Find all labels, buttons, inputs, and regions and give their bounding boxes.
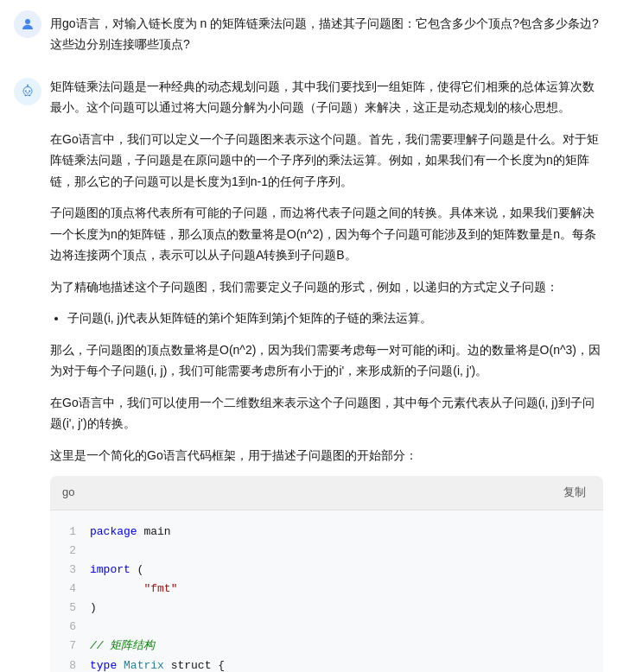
code-content: 1 package main 2 3 import (: [50, 510, 603, 672]
code-block-header: go 复制: [50, 476, 603, 510]
ai-icon: [19, 83, 36, 100]
code-line: 5 ): [62, 599, 591, 618]
user-message: 用go语言，对输入链长度为 n 的矩阵链乘法问题，描述其子问题图：它包含多少个顶…: [0, 0, 617, 66]
copy-button[interactable]: 复制: [558, 483, 591, 502]
user-avatar: [14, 10, 41, 38]
code-line: 2: [62, 542, 591, 561]
svg-point-5: [27, 84, 29, 86]
ai-message: 矩阵链乘法问题是一种经典的动态规划问题，其中我们要找到一组矩阵，使得它们相乘的总…: [0, 66, 617, 672]
ai-content: 矩阵链乘法问题是一种经典的动态规划问题，其中我们要找到一组矩阵，使得它们相乘的总…: [50, 76, 603, 672]
bullet-list: 子问题(i, j)代表从矩阵链的第i个矩阵到第j个矩阵的子链的乘法运算。: [67, 307, 603, 329]
paragraph-2: 在Go语言中，我们可以定义一个子问题图来表示这个问题。首先，我们需要理解子问题是…: [50, 129, 603, 193]
paragraph-4: 为了精确地描述这个子问题图，我们需要定义子问题的形式，例如，以递归的方式定义子问…: [50, 276, 603, 298]
code-line: 3 import (: [62, 561, 591, 580]
paragraph-after-bullet: 那么，子问题图的顶点数量将是O(n^2)，因为我们需要考虑每一对可能的i和j。边…: [50, 339, 603, 382]
svg-point-2: [25, 90, 27, 92]
chat-container: 用go语言，对输入链长度为 n 的矩阵链乘法问题，描述其子问题图：它包含多少个顶…: [0, 0, 617, 672]
code-line: 8 type Matrix struct {: [62, 656, 591, 673]
person-icon: [20, 16, 35, 32]
code-line: 6: [62, 618, 591, 637]
user-text: 用go语言，对输入链长度为 n 的矩阵链乘法问题，描述其子问题图：它包含多少个顶…: [50, 10, 603, 55]
code-line: 1 package main: [62, 523, 591, 542]
paragraph-1: 矩阵链乘法问题是一种经典的动态规划问题，其中我们要找到一组矩阵，使得它们相乘的总…: [50, 76, 603, 118]
code-line: 4 "fmt": [62, 580, 591, 599]
code-lang-label: go: [62, 483, 74, 503]
bullet-item: 子问题(i, j)代表从矩阵链的第i个矩阵到第j个矩阵的子链的乘法运算。: [67, 307, 603, 329]
svg-point-0: [25, 19, 30, 24]
code-line: 7 // 矩阵结构: [62, 637, 591, 656]
paragraph-intro: 这里是一个简化的Go语言代码框架，用于描述子问题图的开始部分：: [50, 445, 603, 466]
code-block: go 复制 1 package main 2: [50, 476, 603, 672]
paragraph-3: 子问题图的顶点将代表所有可能的子问题，而边将代表子问题之间的转换。具体来说，如果…: [50, 202, 603, 266]
paragraph-2d: 在Go语言中，我们可以使用一个二维数组来表示这个子问题图，其中每个元素代表从子问…: [50, 392, 603, 434]
svg-point-3: [29, 90, 30, 92]
ai-avatar: [14, 78, 41, 105]
